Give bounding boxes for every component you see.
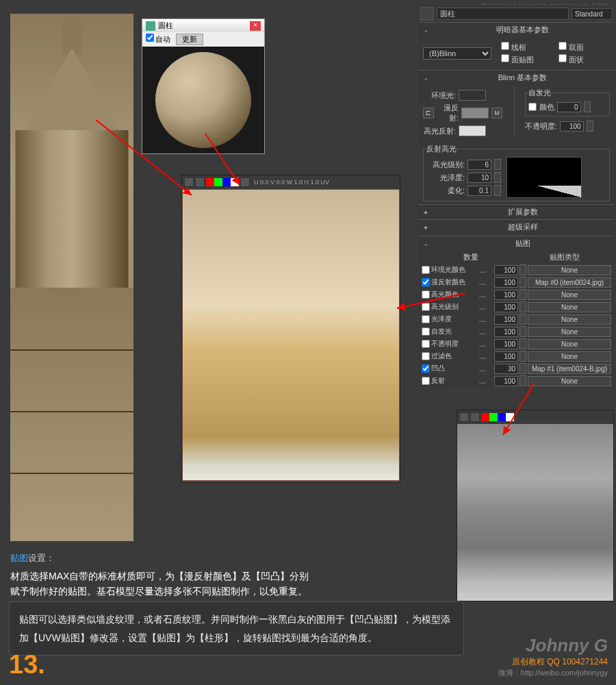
- selfillum-checkbox[interactable]: [528, 103, 537, 111]
- map-slot-button[interactable]: None: [528, 339, 611, 349]
- uv-editor-window[interactable]: U 0.0 V 0.0 W 1.0 H 1.0 UV: [181, 175, 400, 483]
- supersample-section[interactable]: +超级采样: [419, 220, 614, 234]
- map-label: 高光级别: [431, 302, 478, 312]
- wireframe-checkbox[interactable]: 线框: [501, 42, 553, 53]
- diffuse-label: 漫反射:: [437, 103, 459, 123]
- app-icon: [146, 21, 155, 31]
- map-checkbox[interactable]: [422, 377, 430, 385]
- map-row-5: 自发光 . . . None: [419, 325, 614, 338]
- shader-section-header[interactable]: -明暗器基本参数: [419, 23, 614, 37]
- map-slot-button[interactable]: None: [528, 290, 611, 300]
- diffuse-map-btn[interactable]: M: [491, 108, 502, 119]
- faceted-checkbox[interactable]: 面状: [559, 54, 611, 65]
- map-row-8: 凹凸 . . . Map #1 (item0024-B.jpg): [419, 362, 614, 375]
- update-button[interactable]: 更新: [176, 34, 203, 45]
- map-slot-button[interactable]: None: [528, 314, 611, 325]
- uv-tool-3[interactable]: [240, 177, 250, 187]
- shader-select[interactable]: (B)Blinn: [423, 47, 491, 60]
- lock-button[interactable]: ⊏: [423, 108, 434, 119]
- map-label: 环境光颜色: [431, 265, 478, 275]
- map-row-2: 高光颜色 . . . None: [419, 288, 614, 301]
- selfillum-spinner[interactable]: [557, 102, 581, 112]
- map-row-9: 反射 . . . None: [419, 375, 614, 387]
- bump-texture-window[interactable]: [457, 410, 614, 601]
- specular-label: 高光反射:: [423, 126, 456, 136]
- material-name-input[interactable]: [437, 8, 569, 20]
- extended-section[interactable]: +扩展参数: [419, 205, 614, 219]
- soften-spinner[interactable]: [467, 186, 491, 196]
- map-slot-button[interactable]: None: [528, 351, 611, 362]
- map-checkbox[interactable]: [422, 290, 430, 299]
- map-row-6: 不透明度 . . . None: [419, 338, 614, 350]
- material-type-button[interactable]: Standard: [572, 8, 613, 20]
- spec-group: 反射高光: [426, 144, 457, 154]
- ambient-label: 环境光:: [423, 90, 456, 101]
- map-checkbox[interactable]: [422, 340, 430, 348]
- map-amount[interactable]: [494, 351, 518, 362]
- diffuse-texture: [182, 189, 400, 481]
- spin-btns[interactable]: [584, 101, 591, 112]
- speclevel-spinner[interactable]: [467, 160, 491, 170]
- material-preview-window[interactable]: 圆柱 × 自动 更新: [142, 18, 265, 154]
- map-checkbox[interactable]: [422, 352, 430, 360]
- map-label: 漫反射颜色: [431, 277, 478, 287]
- gloss-label: 光泽度:: [426, 173, 465, 183]
- map-amount[interactable]: [494, 290, 518, 300]
- opacity-label: 不透明度:: [525, 121, 557, 132]
- uv-tool-1[interactable]: [184, 177, 194, 187]
- map-slot-button[interactable]: Map #1 (item0024-B.jpg): [528, 364, 611, 374]
- bump-toolbar: [457, 410, 613, 424]
- preview-titlebar[interactable]: 圆柱 ×: [142, 19, 264, 32]
- ambient-swatch[interactable]: [459, 90, 486, 101]
- map-slot-button[interactable]: None: [528, 376, 611, 386]
- twosided-checkbox[interactable]: 双面: [559, 42, 611, 53]
- map-amount[interactable]: [494, 364, 518, 374]
- map-row-7: 过滤色 . . . None: [419, 350, 614, 362]
- blinn-section-header[interactable]: -Blinn 基本参数: [419, 71, 614, 85]
- map-label: 自发光: [431, 327, 478, 336]
- spin-btns[interactable]: [587, 121, 593, 132]
- map-slot-button[interactable]: None: [528, 327, 611, 337]
- map-checkbox[interactable]: [422, 364, 430, 373]
- diffuse-swatch[interactable]: [461, 108, 489, 119]
- uv-tool-2[interactable]: [195, 177, 205, 187]
- material-sphere: [155, 52, 251, 148]
- map-checkbox[interactable]: [422, 266, 430, 274]
- step-number: 13.: [9, 650, 45, 680]
- map-label: 反射: [431, 376, 478, 386]
- map-amount[interactable]: [494, 339, 518, 349]
- text-body: 材质选择MAX自带的标准材质即可，为【漫反射颜色】及【凹凸】分别 赋予制作好的贴…: [10, 569, 309, 599]
- map-row-0: 环境光颜色 . . . None: [419, 264, 614, 276]
- map-row-1: 漫反射颜色 . . . Map #0 (item0024.jpg): [419, 276, 614, 288]
- map-amount[interactable]: [494, 376, 518, 386]
- uv-toolbar: U 0.0 V 0.0 W 1.0 H 1.0 UV: [182, 175, 400, 189]
- map-label: 过滤色: [431, 351, 478, 361]
- gloss-spinner[interactable]: [467, 173, 491, 183]
- material-editor: Standard -明暗器基本参数 (B)Blinn 线框 双面 面贴图 面状 …: [419, 5, 614, 387]
- auto-checkbox[interactable]: 自动: [146, 34, 170, 45]
- map-row-3: 高光级别 . . . None: [419, 301, 614, 313]
- map-slot-button[interactable]: Map #0 (item0024.jpg): [528, 277, 611, 288]
- speclevel-label: 高光级别:: [426, 160, 465, 170]
- map-amount[interactable]: [494, 302, 518, 312]
- map-amount[interactable]: [494, 327, 518, 337]
- map-row-4: 光泽度 . . . None: [419, 313, 614, 325]
- map-amount[interactable]: [494, 265, 518, 275]
- map-checkbox[interactable]: [422, 315, 430, 323]
- map-amount[interactable]: [494, 314, 518, 325]
- close-button[interactable]: ×: [250, 21, 261, 31]
- map-label: 凹凸: [431, 364, 478, 373]
- specular-swatch[interactable]: [459, 125, 486, 136]
- opacity-spinner[interactable]: [560, 121, 584, 132]
- map-checkbox[interactable]: [422, 303, 430, 311]
- map-checkbox[interactable]: [422, 278, 430, 286]
- maps-section-header[interactable]: -贴图: [419, 236, 614, 251]
- uv-colors[interactable]: [206, 178, 239, 186]
- map-slot-button[interactable]: None: [528, 265, 611, 275]
- map-amount[interactable]: [494, 277, 518, 288]
- eyedropper-button[interactable]: [420, 7, 434, 21]
- bump-texture: [457, 424, 613, 601]
- facemap-checkbox[interactable]: 面贴图: [501, 54, 553, 65]
- map-checkbox[interactable]: [422, 327, 430, 336]
- map-slot-button[interactable]: None: [528, 302, 611, 312]
